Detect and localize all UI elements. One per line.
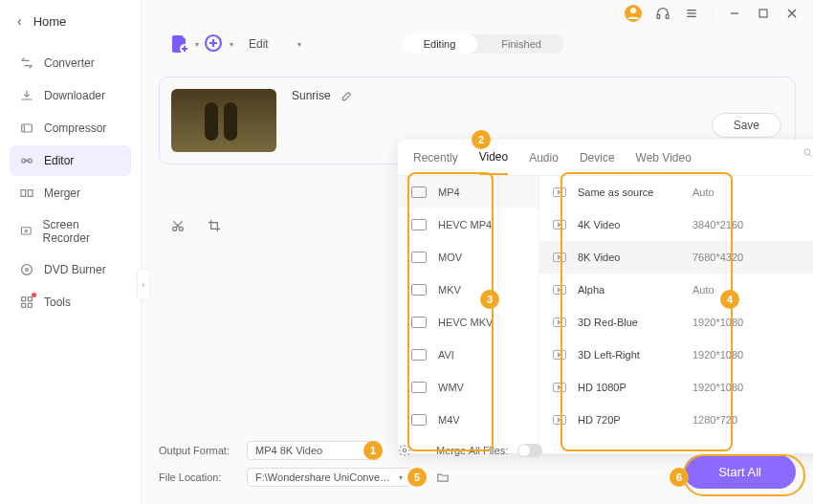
annotation-6: 6 xyxy=(670,468,689,487)
annotation-5: 5 xyxy=(407,468,427,487)
merge-label: Merge All Files: xyxy=(436,445,508,456)
seg-finished[interactable]: Finished xyxy=(478,34,564,54)
merger-icon xyxy=(19,186,34,201)
format-icon xyxy=(411,284,427,296)
add-file-icon[interactable]: ▾ xyxy=(168,33,191,55)
rename-icon[interactable] xyxy=(341,89,354,102)
screen-recorder-icon xyxy=(19,224,33,239)
download-icon xyxy=(19,88,34,103)
nav-downloader[interactable]: Downloader xyxy=(10,80,131,111)
settings-icon[interactable] xyxy=(398,444,411,457)
svg-rect-7 xyxy=(759,10,767,17)
preset-4k[interactable]: 4K Video3840*2160 xyxy=(539,208,813,241)
format-m4v[interactable]: M4V xyxy=(398,404,538,436)
play-icon xyxy=(553,350,566,360)
maximize-icon[interactable] xyxy=(756,6,771,21)
seg-editing[interactable]: Editing xyxy=(401,34,479,54)
save-button[interactable]: Save xyxy=(712,113,781,138)
preset-3d-leftright[interactable]: 3D Left-Right1920*1080 xyxy=(539,339,813,371)
format-icon xyxy=(411,382,427,393)
tab-video[interactable]: Video xyxy=(479,150,508,175)
format-icon xyxy=(411,414,427,426)
crop-icon[interactable] xyxy=(207,218,222,233)
preset-720p[interactable]: HD 720P1280*720 xyxy=(539,404,813,436)
preset-same-as-source[interactable]: Same as sourceAuto xyxy=(539,176,813,208)
chevron-left-icon: ‹ xyxy=(17,13,22,29)
svg-rect-15 xyxy=(28,190,33,197)
svg-rect-21 xyxy=(28,297,32,301)
compressor-icon xyxy=(19,121,34,136)
svg-point-30 xyxy=(403,449,406,452)
headset-icon[interactable] xyxy=(655,6,670,21)
svg-point-28 xyxy=(804,149,810,155)
tab-device[interactable]: Device xyxy=(580,151,615,174)
output-format-label: Output Format: xyxy=(159,445,237,456)
edit-select-label: Edit xyxy=(249,37,269,51)
play-icon xyxy=(553,318,566,327)
home-label: Home xyxy=(33,14,67,29)
menu-icon[interactable] xyxy=(684,6,699,21)
nav-editor[interactable]: Editor xyxy=(10,145,131,176)
play-icon xyxy=(553,285,566,295)
nav-label: Tools xyxy=(44,296,71,309)
preset-list: Same as sourceAuto 4K Video3840*2160 8K … xyxy=(539,176,813,453)
format-icon xyxy=(411,186,427,198)
add-url-icon[interactable]: ▾ xyxy=(203,33,226,55)
preset-1080p[interactable]: HD 1080P1920*1080 xyxy=(539,371,813,404)
format-mp4[interactable]: MP4 xyxy=(398,176,538,208)
nav-compressor[interactable]: Compressor xyxy=(10,113,131,143)
svg-rect-23 xyxy=(28,303,32,307)
play-icon xyxy=(553,187,566,197)
svg-rect-10 xyxy=(22,124,33,132)
annotation-2: 2 xyxy=(472,130,491,149)
format-icon xyxy=(411,317,427,328)
tools-icon xyxy=(19,295,34,310)
format-popup: Recently Video Audio Device Web Video Se… xyxy=(398,140,813,453)
home-back[interactable]: ‹ Home xyxy=(0,0,141,42)
format-mov[interactable]: MOV xyxy=(398,241,538,274)
svg-line-29 xyxy=(810,155,813,158)
sidebar: ‹ Home Converter Downloader Compressor E… xyxy=(0,0,142,504)
format-mkv[interactable]: MKV xyxy=(398,274,538,306)
tab-recently[interactable]: Recently xyxy=(413,151,458,174)
format-wmv[interactable]: WMV xyxy=(398,371,538,404)
start-all-button[interactable]: Start All xyxy=(684,455,796,489)
svg-point-19 xyxy=(26,269,29,272)
editor-icon xyxy=(19,153,34,168)
nav-dvd-burner[interactable]: DVD Burner xyxy=(10,254,131,285)
format-hevc-mp4[interactable]: HEVC MP4 xyxy=(398,208,538,241)
preset-8k[interactable]: 8K Video7680*4320 xyxy=(539,241,813,274)
svg-point-17 xyxy=(25,230,27,231)
output-format-select[interactable]: MP4 8K Video ▾ xyxy=(247,441,381,460)
merge-toggle[interactable] xyxy=(517,444,542,457)
format-icon xyxy=(411,219,427,230)
status-segment: Editing Finished xyxy=(401,34,564,54)
annotation-1: 1 xyxy=(363,441,383,460)
converter-icon xyxy=(19,55,34,71)
format-hevc-mkv[interactable]: HEVC MKV xyxy=(398,306,538,339)
nav-label: DVD Burner xyxy=(44,263,106,276)
close-icon[interactable] xyxy=(784,6,800,21)
video-thumbnail[interactable] xyxy=(171,89,276,152)
svg-rect-16 xyxy=(21,228,31,234)
avatar[interactable] xyxy=(625,5,642,22)
svg-rect-14 xyxy=(21,190,26,197)
file-location-label: File Location: xyxy=(159,471,237,483)
preset-alpha[interactable]: AlphaAuto xyxy=(539,274,813,306)
format-icon xyxy=(411,349,427,361)
nav-converter[interactable]: Converter xyxy=(10,48,131,78)
format-search[interactable]: Search xyxy=(802,147,813,159)
open-folder-icon[interactable] xyxy=(436,471,450,484)
nav-merger[interactable]: Merger xyxy=(10,178,131,208)
cut-icon[interactable] xyxy=(170,218,186,233)
tab-web-video[interactable]: Web Video xyxy=(636,151,692,174)
svg-point-0 xyxy=(630,8,636,13)
preset-3d-redblue[interactable]: 3D Red-Blue1920*1080 xyxy=(539,306,813,339)
format-avi[interactable]: AVI xyxy=(398,339,538,371)
edit-select[interactable]: Edit ▾ xyxy=(237,33,313,55)
nav-tools[interactable]: Tools xyxy=(10,287,131,318)
nav-screen-recorder[interactable]: Screen Recorder xyxy=(10,210,131,252)
file-location-select[interactable]: F:\Wondershare UniConverter 1 ▾ xyxy=(247,468,411,487)
tab-audio[interactable]: Audio xyxy=(529,151,559,174)
minimize-icon[interactable] xyxy=(727,6,742,21)
